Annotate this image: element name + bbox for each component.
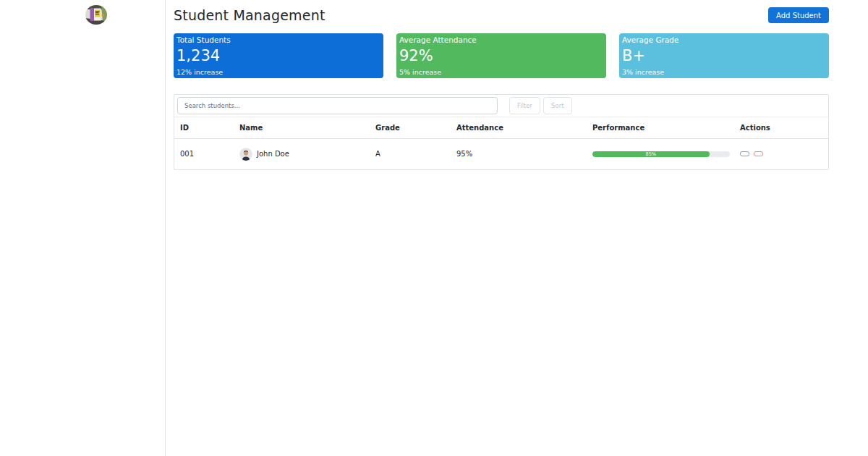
filter-button[interactable]: Filter: [509, 97, 540, 114]
page-header: Student Management Add Student: [174, 4, 829, 26]
page-title: Student Management: [174, 7, 326, 23]
stats-row: Total Students 1,234 12% increase Averag…: [174, 33, 829, 78]
delete-button[interactable]: [754, 151, 763, 156]
stat-label: Average Grade: [622, 35, 825, 46]
stat-value: 1,234: [176, 46, 379, 65]
sort-button[interactable]: Sort: [543, 97, 571, 114]
student-avatar: [239, 148, 252, 161]
students-toolbar: Filter Sort: [174, 95, 828, 117]
performance-progress-fill: 85%: [592, 151, 710, 157]
stat-change: 12% increase: [176, 67, 379, 77]
table-row: 001 John Doe: [174, 139, 828, 169]
sidebar: [0, 0, 166, 456]
column-header-id: ID: [174, 117, 234, 139]
stat-change: 3% increase: [622, 67, 825, 77]
column-header-attendance: Attendance: [451, 117, 587, 139]
main-content: Student Management Add Student Total Stu…: [166, 0, 868, 456]
column-header-performance: Performance: [587, 117, 734, 139]
stat-value: 92%: [399, 46, 602, 65]
cell-performance: 85%: [587, 139, 734, 169]
performance-progress-bar: 85%: [592, 151, 730, 157]
avatar-image: [239, 148, 252, 161]
column-header-name: Name: [234, 117, 370, 139]
students-panel: Filter Sort ID Name Grade Attendance Per…: [174, 94, 829, 170]
cell-id: 001: [174, 139, 234, 169]
app-logo: [85, 5, 107, 25]
student-name: John Doe: [257, 150, 289, 158]
column-header-grade: Grade: [370, 117, 451, 139]
cell-name: John Doe: [234, 139, 370, 169]
stat-change: 5% increase: [399, 67, 602, 77]
table-header-row: ID Name Grade Attendance Performance Act…: [174, 117, 828, 139]
cell-attendance: 95%: [451, 139, 587, 169]
search-input[interactable]: [177, 97, 498, 114]
column-header-actions: Actions: [734, 117, 828, 139]
edit-button[interactable]: [740, 151, 749, 156]
app-logo-icon: [85, 5, 107, 25]
stat-card-total-students: Total Students 1,234 12% increase: [174, 33, 383, 78]
students-table: ID Name Grade Attendance Performance Act…: [174, 117, 828, 169]
stat-card-average-grade: Average Grade B+ 3% increase: [619, 33, 829, 78]
stat-label: Total Students: [176, 35, 379, 46]
cell-grade: A: [370, 139, 451, 169]
add-student-button[interactable]: Add Student: [768, 7, 829, 23]
stat-label: Average Attendance: [399, 35, 602, 46]
stat-value: B+: [622, 46, 825, 65]
stat-card-average-attendance: Average Attendance 92% 5% increase: [396, 33, 606, 78]
cell-actions: [734, 139, 828, 169]
